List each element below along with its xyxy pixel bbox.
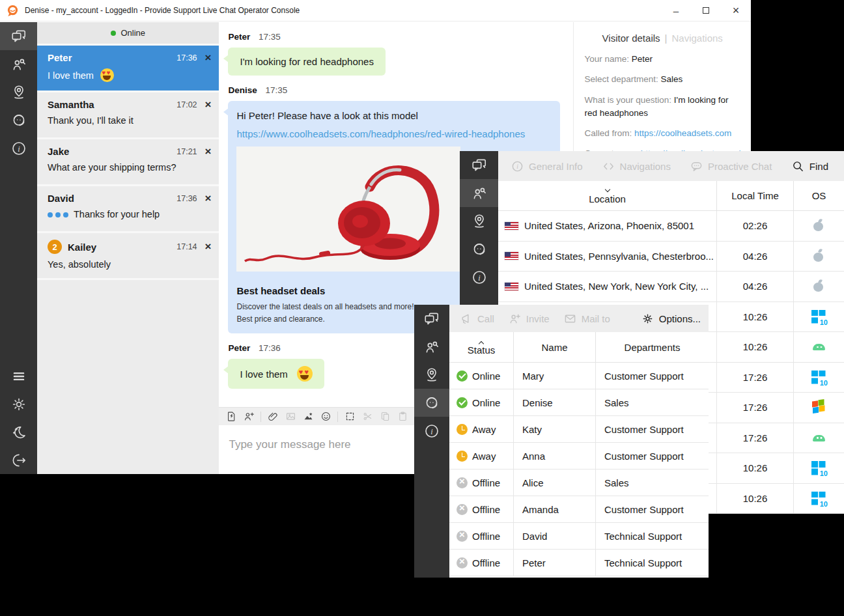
chat-entry-david[interactable]: David 17:36 × Thanks for your help [37, 186, 219, 233]
operator-row[interactable]: Away Katy Customer Support [449, 416, 709, 443]
called-from-link[interactable]: https://coolheadsets.com [634, 128, 731, 138]
chat-entry-peter[interactable]: Peter 17:36 × I love them [37, 46, 219, 92]
operator-status-bar[interactable]: Online [37, 22, 219, 46]
chat-list: Online Peter 17:36 × I love them Samanth… [37, 22, 219, 474]
os-icon [811, 339, 827, 355]
visitor-row[interactable]: United States, Arizona, Phoenix, 85001 0… [498, 211, 844, 242]
chats-nav-icon[interactable] [0, 22, 37, 50]
status-online-icon [457, 371, 468, 382]
operator-department: Sales [595, 469, 709, 496]
minimize-button[interactable]: – [661, 0, 691, 21]
mail-to-button[interactable]: Mail to [564, 313, 610, 325]
info-nav-icon[interactable]: i [414, 417, 449, 445]
status-offline-icon [457, 477, 468, 488]
menu-icon[interactable] [0, 362, 37, 390]
visitor-row[interactable]: United States, New York, New York City, … [498, 272, 844, 302]
close-chat-icon[interactable]: × [205, 101, 212, 109]
us-flag-icon [505, 222, 518, 230]
operators-nav-icon[interactable] [0, 106, 37, 134]
copy-icon[interactable] [379, 411, 391, 423]
unread-count-badge: 2 [48, 240, 62, 254]
operators-nav-icon[interactable] [460, 235, 498, 263]
os-icon [811, 490, 827, 507]
operator-department: Customer Support [595, 416, 709, 442]
operator-name: Peter [513, 550, 595, 576]
navigations-button[interactable]: Navigations [602, 160, 671, 173]
close-chat-icon[interactable]: × [205, 195, 212, 203]
chat-entry-samantha[interactable]: Samantha 17:02 × Thank you, I'll take it [37, 92, 219, 139]
status-away-icon [457, 424, 468, 435]
os-icon [811, 369, 827, 385]
close-chat-icon[interactable]: × [205, 243, 212, 251]
message-input[interactable] [229, 438, 411, 451]
insert-image-icon[interactable] [285, 411, 296, 423]
operator-row[interactable]: Away Anna Customer Support [449, 443, 709, 469]
proactive-chat-button[interactable]: Proactive Chat [690, 160, 772, 173]
info-nav-icon[interactable]: i [460, 263, 498, 291]
visitors-nav-icon[interactable] [414, 333, 449, 361]
operator-name: Amanda [513, 496, 595, 522]
close-chat-icon[interactable]: × [205, 54, 212, 62]
logout-icon[interactable] [0, 446, 37, 474]
call-button[interactable]: Call [460, 313, 494, 325]
operator-row[interactable]: Offline Peter Technical Support [449, 550, 709, 576]
geo-map-nav-icon[interactable] [414, 361, 449, 389]
operator-row[interactable]: Online Mary Customer Support [449, 363, 709, 389]
heart-eyes-emoji [100, 68, 114, 82]
os-icon [811, 430, 827, 446]
operator-row[interactable]: Online Denise Sales [449, 389, 709, 416]
status-offline-icon [457, 504, 468, 515]
visitor-row[interactable]: United States, Pennsylvania, Chesterbroo… [498, 242, 844, 272]
cut-icon[interactable] [361, 411, 373, 423]
geo-map-nav-icon[interactable] [460, 207, 498, 235]
maximize-button[interactable] [691, 0, 721, 21]
visitors-nav-icon[interactable] [460, 179, 498, 207]
operators-window-sidebar: i [414, 305, 449, 578]
general-info-button[interactable]: i General Info [511, 160, 583, 173]
operators-nav-icon[interactable] [414, 389, 449, 417]
invite-button[interactable]: Invite [509, 313, 550, 325]
column-local-time[interactable]: Local Time [716, 181, 793, 210]
us-flag-icon [505, 283, 518, 290]
field-question: What is your question: I'm looking for r… [584, 94, 740, 120]
operators-window: i Call Invite Mail to Options... Status [414, 305, 709, 578]
geo-map-nav-icon[interactable] [0, 78, 37, 106]
away-mode-moon-icon[interactable] [0, 418, 37, 446]
chat-entry-jake[interactable]: Jake 17:21 × What are your shipping term… [37, 139, 219, 186]
screen-selection-icon[interactable] [344, 411, 356, 423]
settings-gear-icon[interactable] [0, 390, 37, 418]
message-time: 17:35 [266, 85, 288, 95]
column-status[interactable]: Status [449, 332, 513, 362]
send-image-icon[interactable] [302, 411, 314, 423]
operator-row[interactable]: Offline Amanda Customer Support [449, 496, 709, 523]
operator-row[interactable]: Offline Alice Sales [449, 469, 709, 496]
visitor-local-time: 17:26 [716, 393, 793, 423]
column-departments[interactable]: Departments [595, 332, 709, 362]
tab-navigations[interactable]: Navigations [671, 33, 722, 44]
column-location[interactable]: Location [498, 181, 716, 210]
visitor-local-time: 02:26 [716, 211, 793, 241]
tab-visitor-details[interactable]: Visitor details [602, 33, 660, 44]
info-nav-icon[interactable]: i [0, 134, 37, 162]
chats-nav-icon[interactable] [414, 305, 449, 333]
svg-text:i: i [478, 273, 481, 282]
product-link[interactable]: https://www.coolheadsets.com/headphones/… [236, 127, 550, 141]
chats-nav-icon[interactable] [460, 151, 498, 179]
paste-icon[interactable] [397, 411, 408, 423]
emoji-icon[interactable] [320, 411, 331, 423]
title-bar: Denise - my_account - LoggedIn - Provide… [0, 0, 751, 21]
chat-entry-kailey[interactable]: 2 Kailey 17:14 × Yes, absolutely [37, 233, 219, 280]
options-button[interactable]: Options... [641, 313, 701, 325]
column-name[interactable]: Name [513, 332, 595, 362]
find-button[interactable]: Find [792, 160, 828, 173]
add-operator-icon[interactable] [243, 411, 255, 423]
close-chat-icon[interactable]: × [205, 148, 212, 156]
close-button[interactable]: × [721, 0, 751, 21]
column-os[interactable]: OS [793, 181, 844, 210]
operator-row[interactable]: Offline David Technical Support [449, 523, 709, 550]
visitors-nav-icon[interactable] [0, 50, 37, 78]
canned-response-icon[interactable] [225, 411, 237, 423]
attach-file-icon[interactable] [267, 411, 279, 423]
os-icon [811, 309, 827, 325]
operator-status-label: Online [120, 28, 145, 38]
